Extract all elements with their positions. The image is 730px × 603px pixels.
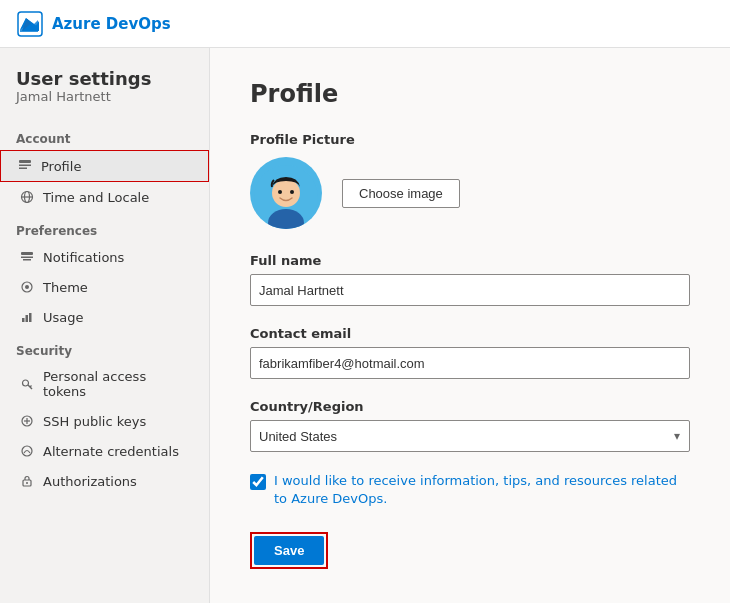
- svg-point-28: [278, 190, 282, 194]
- person-icon: [17, 158, 33, 174]
- svg-line-18: [30, 386, 32, 388]
- main-layout: User settings Jamal Hartnett Account Pro…: [0, 48, 730, 603]
- profile-picture-row: Choose image: [250, 157, 690, 229]
- svg-rect-15: [29, 313, 32, 322]
- sidebar-item-personal-access-tokens-label: Personal access tokens: [43, 369, 193, 399]
- svg-rect-4: [19, 168, 27, 170]
- sidebar-item-notifications[interactable]: Notifications: [0, 242, 209, 272]
- sidebar: User settings Jamal Hartnett Account Pro…: [0, 48, 210, 603]
- svg-rect-9: [21, 257, 33, 259]
- sidebar-item-profile[interactable]: Profile: [0, 150, 209, 182]
- avatar-image: [254, 165, 318, 229]
- alt-cred-icon: [19, 443, 35, 459]
- sidebar-item-authorizations[interactable]: Authorizations: [0, 466, 209, 496]
- contact-email-group: Contact email: [250, 326, 690, 379]
- sidebar-user-name: User settings: [16, 68, 193, 89]
- globe-icon: [19, 189, 35, 205]
- country-select[interactable]: United States Canada United Kingdom Aust…: [250, 420, 690, 452]
- svg-rect-8: [21, 252, 33, 255]
- full-name-group: Full name: [250, 253, 690, 306]
- sidebar-section-security: Security: [0, 332, 209, 362]
- key-icon: [19, 376, 35, 392]
- sidebar-item-notifications-label: Notifications: [43, 250, 124, 265]
- avatar: [250, 157, 322, 229]
- sidebar-item-ssh-public-keys-label: SSH public keys: [43, 414, 146, 429]
- svg-point-29: [290, 190, 294, 194]
- save-button[interactable]: Save: [254, 536, 324, 565]
- azure-devops-logo: [16, 10, 44, 38]
- sidebar-user-info: User settings Jamal Hartnett: [0, 68, 209, 120]
- sidebar-item-theme[interactable]: Theme: [0, 272, 209, 302]
- sidebar-item-profile-label: Profile: [41, 159, 81, 174]
- svg-point-27: [272, 179, 300, 207]
- contact-email-label: Contact email: [250, 326, 690, 341]
- bell-icon: [19, 249, 35, 265]
- page-title: Profile: [250, 80, 690, 108]
- sidebar-item-usage-label: Usage: [43, 310, 84, 325]
- sidebar-item-usage[interactable]: Usage: [0, 302, 209, 332]
- sidebar-item-alternate-credentials-label: Alternate credentials: [43, 444, 179, 459]
- full-name-input[interactable]: [250, 274, 690, 306]
- svg-rect-13: [22, 318, 25, 322]
- svg-point-12: [25, 285, 29, 289]
- content-area: Profile Profile Picture: [210, 48, 730, 603]
- sidebar-user-sub: Jamal Hartnett: [16, 89, 193, 104]
- svg-rect-3: [19, 165, 31, 167]
- country-region-label: Country/Region: [250, 399, 690, 414]
- chart-icon: [19, 309, 35, 325]
- checkbox-label: I would like to receive information, tip…: [274, 472, 690, 508]
- svg-rect-10: [23, 259, 31, 261]
- svg-rect-2: [19, 160, 31, 163]
- theme-icon: [19, 279, 35, 295]
- checkbox-row: I would like to receive information, tip…: [250, 472, 690, 508]
- sidebar-item-alternate-credentials[interactable]: Alternate credentials: [0, 436, 209, 466]
- ssh-icon: [19, 413, 35, 429]
- lock-icon: [19, 473, 35, 489]
- profile-picture-label: Profile Picture: [250, 132, 690, 147]
- country-region-group: Country/Region United States Canada Unit…: [250, 399, 690, 452]
- sidebar-item-authorizations-label: Authorizations: [43, 474, 137, 489]
- sidebar-item-theme-label: Theme: [43, 280, 88, 295]
- sidebar-item-ssh-public-keys[interactable]: SSH public keys: [0, 406, 209, 436]
- choose-image-button[interactable]: Choose image: [342, 179, 460, 208]
- sidebar-section-account: Account: [0, 120, 209, 150]
- contact-email-input[interactable]: [250, 347, 690, 379]
- sidebar-item-personal-access-tokens[interactable]: Personal access tokens: [0, 362, 209, 406]
- full-name-label: Full name: [250, 253, 690, 268]
- sidebar-item-time-locale[interactable]: Time and Locale: [0, 182, 209, 212]
- svg-point-16: [22, 380, 28, 386]
- newsletter-checkbox[interactable]: [250, 474, 266, 490]
- topbar: Azure DevOps: [0, 0, 730, 48]
- svg-rect-14: [26, 315, 29, 322]
- sidebar-section-preferences: Preferences: [0, 212, 209, 242]
- country-select-wrapper: United States Canada United Kingdom Aust…: [250, 420, 690, 452]
- svg-point-24: [26, 482, 28, 484]
- save-button-wrapper: Save: [250, 532, 328, 569]
- topbar-title: Azure DevOps: [52, 15, 171, 33]
- sidebar-item-time-locale-label: Time and Locale: [43, 190, 149, 205]
